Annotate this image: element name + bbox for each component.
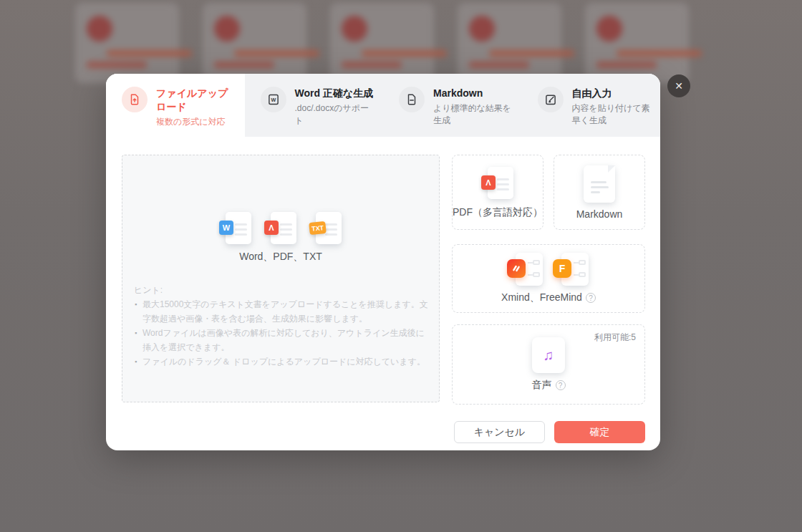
cancel-button[interactable]: キャンセル <box>454 421 545 443</box>
tab-file-upload[interactable]: ファイルアップロード 複数の形式に対応 <box>106 74 245 137</box>
audio-upload-card[interactable]: 利用可能:5 ♫ 音声 ? <box>452 324 645 405</box>
tab-subtitle: .doc/.docxのサポート <box>295 102 375 127</box>
txt-file-icon: TXT <box>309 211 342 246</box>
tab-title: Word 正確な生成 <box>295 87 375 100</box>
mindmap-card-label: Xmind、FreeMind ? <box>501 291 596 304</box>
pdf-file-icon: Λ <box>481 166 514 200</box>
audio-quota-label: 利用可能:5 <box>594 332 636 344</box>
tab-text: 自由入力 内容を貼り付けて素早く生成 <box>572 87 652 137</box>
modal-body: W Λ TXT Word、PDF、TXT ヒント: 最大15000文字のテキスト… <box>106 137 660 405</box>
format-options: Λ PDF（多言語対応） Markdown <box>452 155 645 405</box>
file-upload-icon <box>122 87 148 112</box>
word-badge: W <box>219 221 233 235</box>
pdf-upload-card[interactable]: Λ PDF（多言語対応） <box>452 155 543 230</box>
markdown-doc-icon <box>399 87 425 112</box>
tab-subtitle: 内容を貼り付けて素早く生成 <box>572 102 652 127</box>
background-card <box>585 3 689 83</box>
edit-icon <box>538 87 564 112</box>
pdf-card-label: PDF（多言語対応） <box>453 206 543 219</box>
file-type-icons: W Λ TXT <box>122 211 439 246</box>
tab-title: 自由入力 <box>572 87 652 100</box>
close-button[interactable]: ✕ <box>667 74 690 97</box>
markdown-card-label: Markdown <box>576 208 623 220</box>
tab-text: ファイルアップロード 複数の形式に対応 <box>156 87 236 137</box>
hint-item: Wordファイルは画像や表の解析に対応しており、アウトライン生成後に挿入を選択で… <box>134 326 430 354</box>
background-card <box>75 3 179 83</box>
pdf-file-icon: Λ <box>264 211 297 246</box>
mindmap-icons: F <box>507 253 590 286</box>
background-card <box>330 3 434 83</box>
tab-title: Markdown <box>433 87 513 100</box>
background-card <box>203 3 306 83</box>
confirm-button[interactable]: 確定 <box>554 421 645 443</box>
pdf-badge-icon: Λ <box>481 175 496 190</box>
tab-subtitle: 複数の形式に対応 <box>156 116 236 128</box>
tab-word[interactable]: W Word 正確な生成 .doc/.docxのサポート <box>245 74 384 137</box>
tab-text: Markdown より標準的な結果を生成 <box>433 87 513 137</box>
background-card <box>458 3 561 83</box>
xmind-badge-icon <box>507 259 526 278</box>
tab-text: Word 正確な生成 .doc/.docxのサポート <box>295 87 375 137</box>
tab-markdown[interactable]: Markdown より標準的な結果を生成 <box>383 74 522 137</box>
tab-free-input[interactable]: 自由入力 内容を貼り付けて素早く生成 <box>522 74 661 137</box>
help-icon[interactable]: ? <box>586 293 596 303</box>
tab-bar: ファイルアップロード 複数の形式に対応 W Word 正確な生成 .doc/.d… <box>106 74 660 137</box>
music-note-icon: ♫ <box>543 347 554 364</box>
tab-subtitle: より標準的な結果を生成 <box>433 102 513 127</box>
tab-title: ファイルアップロード <box>156 87 236 114</box>
freemind-badge: F <box>553 259 571 278</box>
word-file-icon: W <box>219 211 252 246</box>
hints-title: ヒント: <box>134 283 430 297</box>
xmind-file-icon <box>507 253 544 286</box>
markdown-file-icon <box>584 165 615 203</box>
upload-hints: ヒント: 最大15000文字のテキスト文書をアップロードすることを推奨します。文… <box>134 283 430 369</box>
txt-badge: TXT <box>309 221 327 235</box>
svg-text:W: W <box>271 97 276 103</box>
mindmap-upload-card[interactable]: F Xmind、FreeMind ? <box>452 244 645 313</box>
hints-list: 最大15000文字のテキスト文書をアップロードすることを推奨します。文字数超過や… <box>134 297 430 369</box>
word-doc-icon: W <box>261 87 286 112</box>
file-dropzone[interactable]: W Λ TXT Word、PDF、TXT ヒント: 最大15000文字のテキスト… <box>122 155 440 402</box>
pdf-badge-icon: Λ <box>264 221 279 235</box>
mindmap-label-text: Xmind、FreeMind <box>501 291 582 304</box>
audio-file-icon: ♫ <box>532 337 565 373</box>
help-icon[interactable]: ? <box>556 380 566 390</box>
hint-item: 最大15000文字のテキスト文書をアップロードすることを推奨します。文字数超過や… <box>134 297 430 326</box>
upload-modal: ファイルアップロード 複数の形式に対応 W Word 正確な生成 .doc/.d… <box>106 74 660 450</box>
supported-formats-label: Word、PDF、TXT <box>122 251 439 263</box>
audio-card-label: 音声 ? <box>532 379 566 392</box>
hint-item: ファイルのドラッグ＆ ドロップによるアップロードに対応しています。 <box>134 354 430 369</box>
audio-label-text: 音声 <box>532 379 552 392</box>
freemind-file-icon: F <box>553 253 590 286</box>
modal-footer: キャンセル 確定 <box>106 405 660 443</box>
markdown-upload-card[interactable]: Markdown <box>554 155 645 230</box>
